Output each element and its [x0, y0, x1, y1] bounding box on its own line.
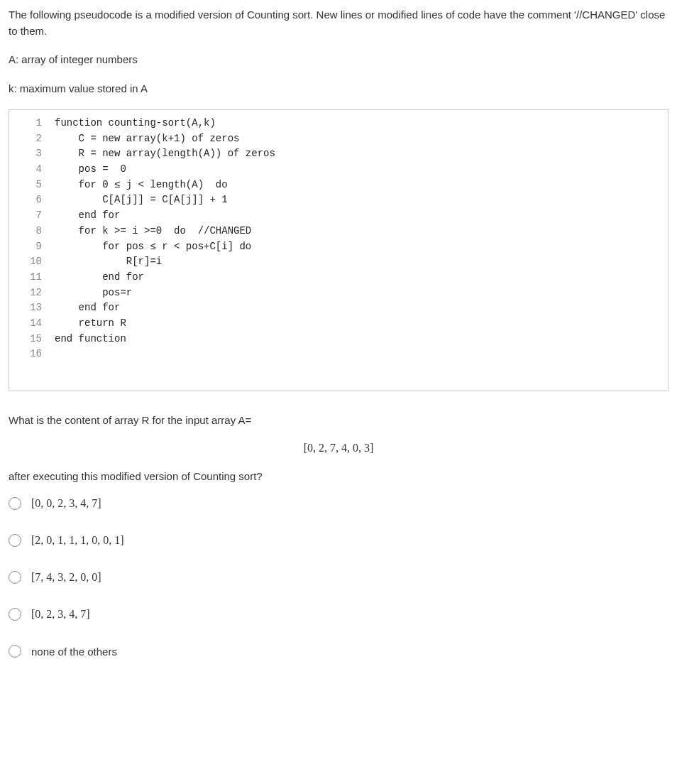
code-line: 6 C[A[j]] = C[A[j]] + 1	[9, 192, 668, 208]
line-number: 16	[9, 347, 55, 362]
line-number: 10	[9, 254, 55, 270]
code-text: R = new array(length(A)) of zeros	[55, 146, 275, 162]
radio-button[interactable]	[9, 571, 21, 584]
question-body: What is the content of array R for the i…	[9, 413, 668, 484]
option-label: [2, 0, 1, 1, 1, 0, 0, 1]	[31, 534, 124, 547]
line-number: 9	[9, 239, 55, 255]
pseudocode-block: 1function counting-sort(A,k)2 C = new ar…	[9, 109, 668, 391]
option-label: [0, 2, 3, 4, 7]	[31, 608, 90, 621]
code-line: 4 pos = 0	[9, 162, 668, 178]
option-label: none of the others	[31, 646, 117, 658]
code-line: 13 end for	[9, 300, 668, 316]
prompt-line-3: k: maximum value stored in A	[9, 81, 668, 97]
answer-option[interactable]: [7, 4, 3, 2, 0, 0]	[9, 571, 668, 584]
code-line: 1function counting-sort(A,k)	[9, 116, 668, 131]
line-number: 6	[9, 192, 55, 208]
answer-option[interactable]: [0, 2, 3, 4, 7]	[9, 608, 668, 621]
question-line-2: after executing this modified version of…	[9, 469, 668, 485]
line-number: 12	[9, 285, 55, 301]
option-label: [0, 0, 2, 3, 4, 7]	[31, 497, 101, 510]
code-line: 9 for pos ≤ r < pos+C[i] do	[9, 239, 668, 255]
question-line-1: What is the content of array R for the i…	[9, 413, 668, 429]
line-number: 4	[9, 162, 55, 178]
code-line: 11 end for	[9, 270, 668, 285]
code-line: 5 for 0 ≤ j < length(A) do	[9, 178, 668, 193]
line-number: 5	[9, 178, 55, 193]
answer-option[interactable]: [0, 0, 2, 3, 4, 7]	[9, 497, 668, 510]
line-number: 1	[9, 116, 55, 131]
line-number: 14	[9, 316, 55, 332]
radio-button[interactable]	[9, 534, 21, 547]
code-line: 14 return R	[9, 316, 668, 332]
prompt-line-1: The following pseudocode is a modified v…	[9, 7, 668, 39]
code-text: return R	[55, 316, 126, 332]
answer-options: [0, 0, 2, 3, 4, 7][2, 0, 1, 1, 1, 0, 0, …	[9, 497, 668, 658]
line-number: 13	[9, 300, 55, 316]
option-label: [7, 4, 3, 2, 0, 0]	[31, 571, 101, 584]
code-line: 2 C = new array(k+1) of zeros	[9, 131, 668, 147]
code-text: function counting-sort(A,k)	[55, 116, 216, 131]
radio-button[interactable]	[9, 608, 21, 621]
code-text: R[r]=i	[55, 254, 162, 270]
line-number: 8	[9, 224, 55, 239]
answer-option[interactable]: none of the others	[9, 645, 668, 658]
code-text: pos=r	[55, 285, 132, 301]
line-number: 3	[9, 146, 55, 162]
code-line: 3 R = new array(length(A)) of zeros	[9, 146, 668, 162]
question-prompt: The following pseudocode is a modified v…	[9, 7, 668, 97]
code-text: pos = 0	[55, 162, 126, 178]
line-number: 7	[9, 208, 55, 224]
code-text: end for	[55, 270, 144, 285]
code-line: 15end function	[9, 332, 668, 347]
code-line: 8 for k >= i >=0 do //CHANGED	[9, 224, 668, 239]
code-line: 10 R[r]=i	[9, 254, 668, 270]
code-line: 7 end for	[9, 208, 668, 224]
radio-button[interactable]	[9, 497, 21, 510]
line-number: 2	[9, 131, 55, 147]
code-text: end function	[55, 332, 126, 347]
code-text: end for	[55, 300, 120, 316]
code-text: C = new array(k+1) of zeros	[55, 131, 239, 147]
radio-button[interactable]	[9, 645, 21, 658]
answer-option[interactable]: [2, 0, 1, 1, 1, 0, 0, 1]	[9, 534, 668, 547]
code-text: for k >= i >=0 do //CHANGED	[55, 224, 251, 239]
prompt-line-2: A: array of integer numbers	[9, 52, 668, 68]
code-text: for pos ≤ r < pos+C[i] do	[55, 239, 251, 255]
code-text: end for	[55, 208, 120, 224]
code-line: 16	[9, 347, 668, 362]
code-text: for 0 ≤ j < length(A) do	[55, 178, 228, 193]
line-number: 11	[9, 270, 55, 285]
code-line: 12 pos=r	[9, 285, 668, 301]
line-number: 15	[9, 332, 55, 347]
input-array: [0, 2, 7, 4, 0, 3]	[9, 442, 668, 454]
code-text: C[A[j]] = C[A[j]] + 1	[55, 192, 228, 208]
